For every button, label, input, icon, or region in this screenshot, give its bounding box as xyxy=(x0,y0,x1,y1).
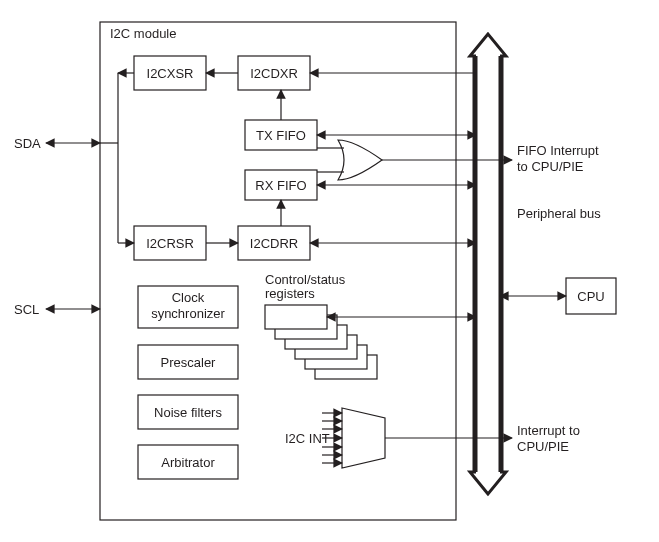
label-scl: SCL xyxy=(14,302,39,317)
label-sda: SDA xyxy=(14,136,41,151)
label-i2cdrr: I2CDRR xyxy=(250,236,298,251)
label-fifo-int1: FIFO Interrupt xyxy=(517,143,599,158)
i2c-int-inputs xyxy=(322,413,342,463)
block-i2c-int-mux xyxy=(342,408,385,468)
label-cpu: CPU xyxy=(577,289,604,304)
label-int1: Interrupt to xyxy=(517,423,580,438)
label-arbitrator: Arbitrator xyxy=(161,455,215,470)
label-noise: Noise filters xyxy=(154,405,222,420)
label-int2: CPU/PIE xyxy=(517,439,569,454)
label-ctrl1: Control/status xyxy=(265,272,346,287)
svg-rect-13 xyxy=(476,52,500,476)
label-i2crsr: I2CRSR xyxy=(146,236,194,251)
label-prescaler: Prescaler xyxy=(161,355,217,370)
label-txfifo: TX FIFO xyxy=(256,128,306,143)
label-fifo-int2: to CPU/PIE xyxy=(517,159,584,174)
module-title: I2C module xyxy=(110,26,176,41)
label-clksync1: Clock xyxy=(172,290,205,305)
label-i2cdxr: I2CDXR xyxy=(250,66,298,81)
label-i2cxsr: I2CXSR xyxy=(147,66,194,81)
label-ctrl2: registers xyxy=(265,286,315,301)
label-clksync2: synchronizer xyxy=(151,306,225,321)
svg-rect-5 xyxy=(265,305,327,329)
label-rxfifo: RX FIFO xyxy=(255,178,306,193)
i2c-module-diagram: I2C module I2CXSR I2CDXR TX FIFO RX FIFO… xyxy=(0,0,659,542)
label-peripheral-bus: Peripheral bus xyxy=(517,206,601,221)
